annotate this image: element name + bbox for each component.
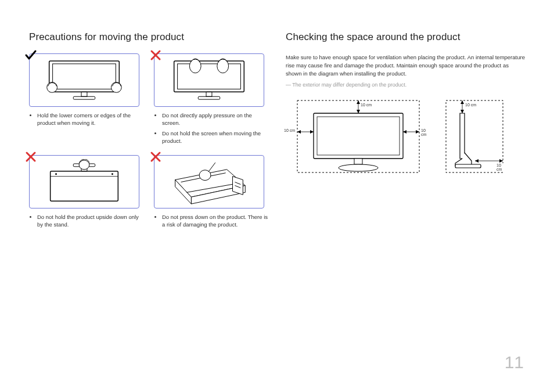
- svg-marker-39: [297, 130, 301, 134]
- precaution-cell-0: Hold the lower corners or edges of the p…: [29, 53, 143, 147]
- precaution-cell-2: Do not hold the product upside down only…: [29, 155, 143, 231]
- bullet-item: Do not hold the product upside down only…: [37, 213, 143, 229]
- two-column-layout: Precautions for moving the product: [29, 31, 525, 231]
- svg-rect-2: [81, 92, 87, 96]
- bullet-list: Do not directly apply pressure on the sc…: [162, 112, 268, 145]
- precaution-cell-1: Do not directly apply pressure on the sc…: [154, 53, 268, 147]
- illustration-panel: [154, 155, 264, 208]
- svg-rect-55: [455, 164, 481, 168]
- svg-point-22: [79, 160, 89, 170]
- bullet-list: Hold the lower corners or edges of the p…: [37, 112, 143, 127]
- svg-marker-51: [461, 110, 464, 113]
- svg-rect-11: [198, 96, 220, 99]
- svg-rect-44: [314, 113, 403, 159]
- illustration-panel: [29, 53, 139, 107]
- svg-point-21: [111, 173, 113, 175]
- precaution-cell-3: Do not press down on the product. There …: [154, 155, 268, 231]
- svg-rect-9: [178, 64, 241, 89]
- svg-rect-10: [206, 92, 212, 96]
- note-text: The exterior may differ depending on the…: [286, 82, 525, 88]
- svg-rect-8: [174, 61, 244, 92]
- clearance-right-label: 10 cm: [420, 128, 427, 136]
- clearance-side-back-label: 10 cm: [496, 163, 506, 171]
- bullet-item: Do not hold the screen when moving the p…: [162, 130, 268, 145]
- illustration-panel: [29, 155, 139, 208]
- svg-marker-54: [499, 159, 503, 163]
- svg-rect-48: [446, 100, 503, 172]
- svg-marker-37: [357, 110, 360, 113]
- spacing-diagrams: 10 cm 10 cm 10 cm: [286, 96, 525, 177]
- monitor-press-screen-illustration: [158, 57, 260, 103]
- svg-marker-43: [416, 130, 419, 134]
- clearance-left-label: 10 cm: [283, 128, 296, 132]
- svg-rect-0: [49, 61, 120, 92]
- svg-marker-40: [310, 130, 314, 134]
- left-column: Precautions for moving the product: [29, 31, 268, 231]
- svg-point-33: [199, 170, 211, 181]
- svg-rect-1: [53, 64, 116, 89]
- right-column: Checking the space around the product Ma…: [286, 31, 525, 231]
- svg-marker-50: [461, 100, 464, 104]
- svg-marker-30: [233, 177, 243, 195]
- right-heading: Checking the space around the product: [286, 31, 525, 43]
- page-number: 11: [505, 353, 524, 372]
- left-heading: Precautions for moving the product: [29, 31, 268, 43]
- front-clearance-diagram: 10 cm 10 cm 10 cm: [292, 96, 425, 177]
- bullet-list: Do not hold the product upside down only…: [37, 213, 143, 229]
- svg-marker-53: [475, 159, 479, 163]
- illustration-panel: [154, 53, 264, 107]
- svg-point-5: [111, 82, 121, 93]
- svg-marker-42: [403, 130, 406, 134]
- precautions-grid: Hold the lower corners or edges of the p…: [29, 53, 268, 231]
- svg-rect-18: [51, 171, 118, 201]
- clearance-side-top-label: 10 cm: [465, 103, 477, 107]
- bullet-item: Hold the lower corners or edges of the p…: [37, 112, 143, 127]
- bullet-item: Do not press down on the product. There …: [162, 213, 268, 229]
- monitor-hold-corners-illustration: [33, 57, 135, 103]
- intro-text: Make sure to have enough space for venti…: [286, 53, 525, 77]
- clearance-top-label: 10 cm: [360, 103, 372, 107]
- svg-point-4: [47, 82, 57, 93]
- bullet-list: Do not press down on the product. There …: [162, 213, 268, 229]
- side-clearance-diagram: 10 cm 10 cm: [443, 96, 506, 177]
- monitor-press-down-illustration: [158, 159, 260, 205]
- svg-rect-46: [354, 159, 362, 164]
- bullet-item: Do not directly apply pressure on the sc…: [162, 112, 268, 127]
- svg-point-20: [55, 173, 57, 175]
- monitor-upside-down-illustration: [33, 159, 135, 205]
- svg-point-47: [339, 164, 378, 171]
- manual-page: Precautions for moving the product: [0, 0, 554, 392]
- svg-rect-3: [73, 96, 95, 99]
